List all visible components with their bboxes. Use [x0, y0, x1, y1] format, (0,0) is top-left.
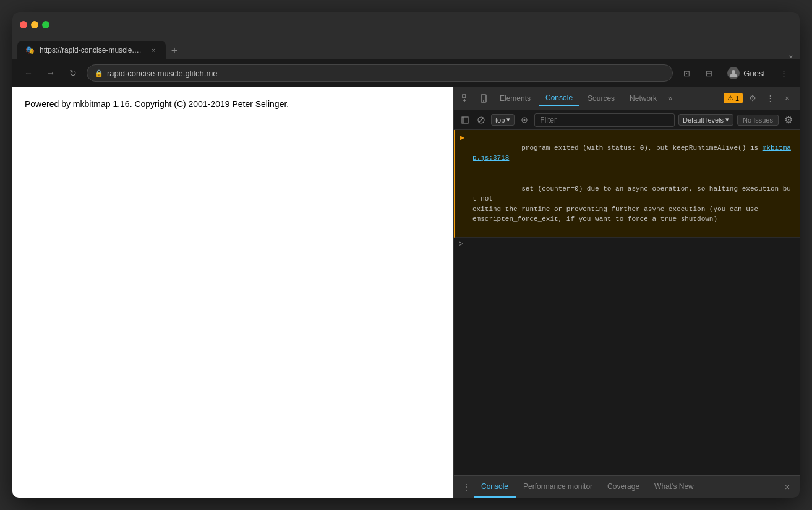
page-content: Powered by mkbitmap 1.16. Copyright (C) …: [12, 87, 453, 121]
devtools-more-menu-button[interactable]: ⋮: [763, 91, 777, 106]
warning-badge[interactable]: ⚠ 1: [724, 93, 743, 103]
close-traffic-light[interactable]: [20, 21, 27, 28]
address-text: rapid-concise-muscle.glitch.me: [107, 69, 665, 78]
title-bar: [12, 12, 800, 37]
address-bar: ← → ↻ 🔒 rapid-concise-muscle.glitch.me ⊡…: [12, 59, 800, 87]
tab-network[interactable]: Network: [623, 92, 663, 105]
svg-line-9: [479, 118, 484, 123]
address-input[interactable]: 🔒 rapid-concise-muscle.glitch.me: [87, 64, 673, 82]
lock-icon: 🔒: [95, 69, 103, 77]
tab-search-button[interactable]: ⊟: [700, 64, 717, 82]
tab-bar: 🎭 https://rapid-concise-muscle.g... × + …: [12, 37, 800, 59]
traffic-lights: [20, 21, 49, 28]
warning-icon: ⚠: [727, 94, 733, 102]
tab-title: https://rapid-concise-muscle.g...: [40, 46, 143, 54]
bottom-tab-performance-monitor[interactable]: Performance monitor: [516, 476, 600, 498]
console-warning-message: ▶ program exited (with status: 0), but k…: [454, 130, 800, 238]
no-issues-button[interactable]: No Issues: [737, 115, 779, 126]
tab-close-button[interactable]: ×: [148, 45, 158, 55]
console-message-text: program exited (with status: 0), but kee…: [472, 132, 795, 235]
devtools-settings-button[interactable]: ⚙: [745, 91, 760, 106]
user-avatar: [727, 67, 740, 79]
bottom-tab-whats-new[interactable]: What's New: [647, 476, 701, 498]
console-context-select[interactable]: top ▾: [491, 114, 515, 126]
warning-triangle-icon: ▶: [460, 133, 469, 142]
drawer-menu-button[interactable]: ⋮: [459, 480, 474, 495]
devtools-panel: Elements Console Sources Network » ⚠ 1 ⚙…: [453, 87, 800, 498]
warning-count: 1: [735, 95, 739, 102]
svg-rect-6: [462, 117, 468, 123]
console-sidebar-toggle[interactable]: [459, 114, 471, 126]
console-text-before-link: program exited (with status: 0), but kee…: [521, 144, 762, 152]
refresh-button[interactable]: ↻: [64, 64, 82, 82]
cast-button[interactable]: ⊡: [678, 64, 695, 82]
page-text: Powered by mkbitmap 1.16. Copyright (C) …: [25, 99, 289, 109]
forward-button[interactable]: →: [42, 64, 59, 82]
more-menu-button[interactable]: ⋮: [775, 64, 792, 82]
tab-favicon: 🎭: [25, 45, 35, 55]
live-expressions-button[interactable]: [518, 114, 531, 126]
console-settings-button[interactable]: ⚙: [782, 114, 795, 126]
browser-window: 🎭 https://rapid-concise-muscle.g... × + …: [12, 12, 800, 498]
browser-tab-active[interactable]: 🎭 https://rapid-concise-muscle.g... ×: [17, 41, 166, 59]
devtools-header: Elements Console Sources Network » ⚠ 1 ⚙…: [454, 87, 800, 110]
user-label: Guest: [743, 69, 765, 78]
clear-console-button[interactable]: [475, 114, 487, 126]
tab-dropdown-button[interactable]: ⌄: [787, 50, 795, 59]
bottom-tab-console[interactable]: Console: [474, 476, 516, 498]
svg-rect-1: [463, 95, 466, 98]
devtools-more-tabs-button[interactable]: »: [665, 91, 675, 105]
tab-elements[interactable]: Elements: [494, 92, 537, 105]
console-output: ▶ program exited (with status: 0), but k…: [454, 130, 800, 475]
device-toolbar-button[interactable]: [476, 91, 491, 106]
context-dropdown-icon: ▾: [506, 116, 510, 124]
console-filter-input[interactable]: [534, 113, 675, 127]
drawer-close-button[interactable]: ×: [780, 480, 795, 495]
level-label: Default levels: [683, 116, 724, 124]
devtools-close-button[interactable]: ×: [780, 91, 795, 106]
user-profile-button[interactable]: Guest: [722, 64, 770, 82]
inspect-element-button[interactable]: [459, 91, 474, 106]
maximize-traffic-light[interactable]: [42, 21, 49, 28]
console-prompt-row[interactable]: >: [454, 238, 800, 251]
prompt-arrow-icon: >: [459, 240, 463, 249]
devtools-bottom-bar: ⋮ Console Performance monitor Coverage W…: [454, 475, 800, 498]
bottom-tab-coverage[interactable]: Coverage: [600, 476, 647, 498]
svg-point-11: [524, 119, 526, 121]
minimize-traffic-light[interactable]: [31, 21, 38, 28]
console-text-continuation: set (counter=0) due to an async operatio…: [472, 185, 791, 223]
webpage: Powered by mkbitmap 1.16. Copyright (C) …: [12, 87, 453, 498]
console-toolbar: top ▾ Default levels ▾ No Issues ⚙: [454, 110, 800, 130]
back-button[interactable]: ←: [20, 64, 37, 82]
tab-console[interactable]: Console: [539, 91, 579, 106]
log-level-select[interactable]: Default levels ▾: [678, 114, 733, 126]
tab-sources[interactable]: Sources: [581, 92, 621, 105]
new-tab-button[interactable]: +: [166, 42, 183, 59]
level-dropdown-icon: ▾: [725, 116, 729, 124]
context-label: top: [495, 116, 505, 124]
main-area: Powered by mkbitmap 1.16. Copyright (C) …: [12, 87, 800, 498]
